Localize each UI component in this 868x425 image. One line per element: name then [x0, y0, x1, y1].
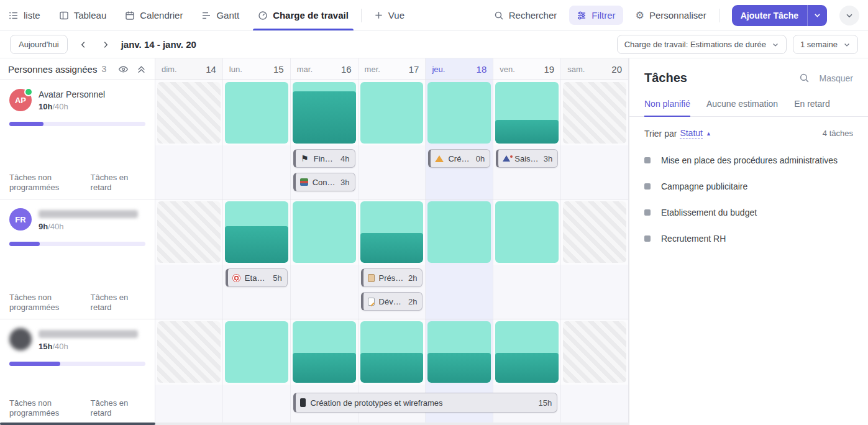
workload-row: Finalisa...4hConsoli...3hCréatio...0hSai… — [155, 80, 628, 199]
tab-liste[interactable]: liste — [9, 0, 40, 30]
filter-button[interactable]: Filtrer — [569, 6, 623, 25]
day-cell — [155, 319, 222, 385]
chevron-right-icon — [101, 40, 110, 49]
task-list-item[interactable]: Recrutement RH — [644, 226, 853, 252]
unscheduled-tasks-label[interactable]: Tâches non programmées — [9, 293, 91, 313]
capacity-block[interactable] — [225, 82, 288, 144]
status-square-icon — [644, 235, 651, 242]
band-cell — [493, 265, 560, 319]
assignee-row[interactable]: FR9h/40hTâches non programméesTâches en … — [0, 199, 155, 319]
add-task-button[interactable]: Ajouter Tâche — [732, 5, 827, 26]
band-cell — [358, 145, 426, 199]
task-card-hours: 3h — [340, 178, 349, 187]
capacity-block[interactable] — [293, 82, 356, 144]
capacity-block[interactable] — [293, 321, 356, 383]
day-cell — [155, 80, 222, 145]
capacity-block[interactable] — [293, 201, 356, 263]
scrollbar-thumb[interactable] — [0, 423, 155, 425]
capacity-block[interactable] — [225, 321, 288, 383]
add-view-button[interactable]: Vue — [374, 10, 404, 21]
unscheduled-tasks-label[interactable]: Tâches non programmées — [9, 173, 91, 193]
prev-week-button[interactable] — [76, 38, 90, 52]
capacity-block[interactable] — [427, 201, 491, 263]
redacted-name — [39, 330, 138, 338]
add-task-caret[interactable] — [807, 5, 827, 26]
zoom-range-select[interactable]: 1 semaine — [793, 35, 858, 54]
capacity-block[interactable] — [225, 201, 288, 263]
workload-mode-select[interactable]: Charge de travail: Estimations de durée — [617, 35, 787, 54]
task-card[interactable]: Présent...2h — [361, 268, 423, 287]
task-card[interactable]: Consoli...3h — [293, 173, 355, 191]
hide-panel-link[interactable]: Masquer — [820, 73, 853, 83]
tab-gantt[interactable]: Gantt — [201, 0, 239, 30]
panel-tab-non-planifi[interactable]: Non planifié — [644, 99, 690, 117]
customize-label: Personnaliser — [649, 10, 706, 21]
capacity-block[interactable] — [360, 201, 424, 263]
workload-progress-bar — [9, 122, 145, 126]
capacity-block[interactable] — [495, 201, 559, 263]
assignee-row[interactable]: APAvatar Personnel10h/40hTâches non prog… — [0, 80, 155, 199]
task-card[interactable]: Création de prototypes et wireframes15h — [293, 393, 557, 413]
tab-calendrier[interactable]: Calendrier — [125, 0, 183, 30]
capacity-block[interactable] — [495, 82, 559, 144]
capacity-block[interactable] — [360, 321, 424, 383]
band-cell — [155, 385, 222, 424]
day-cell — [222, 199, 290, 265]
allocated-portion — [360, 233, 424, 263]
sort-value[interactable]: Statut — [680, 128, 703, 139]
late-tasks-label[interactable]: Tâches en retard — [91, 293, 145, 313]
horizontal-scrollbar[interactable] — [0, 423, 629, 425]
collapse-all-icon[interactable] — [136, 64, 147, 75]
unscheduled-tasks-label[interactable]: Tâches non programmées — [9, 398, 91, 419]
allocated-portion — [495, 120, 559, 144]
customize-button[interactable]: ⚙ Personnaliser — [636, 10, 706, 21]
next-week-button[interactable] — [99, 38, 112, 52]
task-card[interactable]: Finalisa...4h — [293, 149, 355, 168]
task-list-item[interactable]: Etablissement du budget — [644, 199, 853, 226]
eye-icon[interactable] — [118, 64, 129, 75]
capacity-block[interactable] — [495, 321, 559, 383]
assignee-info: 15h/40h — [9, 328, 145, 351]
add-task-label: Ajouter Tâche — [732, 5, 807, 26]
task-card[interactable]: Dévelo...2h — [361, 292, 423, 311]
dune-icon — [435, 155, 444, 162]
assignee-row[interactable]: 15h/40hTâches non programméesTâches en r… — [0, 319, 155, 425]
scroll-icon — [368, 274, 375, 282]
assignee-footer: Tâches non programméesTâches en retard — [9, 173, 145, 193]
assignee-meta: 9h/40h — [39, 208, 138, 231]
panel-tab-en-retard[interactable]: En retard — [794, 99, 830, 117]
capacity-block[interactable] — [360, 82, 424, 144]
task-card-label: Création de prototypes et wireframes — [310, 398, 442, 408]
capacity-block[interactable] — [427, 82, 491, 144]
phone-icon — [300, 398, 306, 407]
task-card[interactable]: Créatio...0h — [428, 149, 490, 168]
task-card-hours: 0h — [476, 154, 485, 163]
tasks-panel-title: Tâches — [644, 71, 687, 85]
task-card-label: Consoli... — [313, 178, 336, 187]
day-cell — [425, 80, 493, 145]
task-card-hours: 2h — [408, 273, 417, 283]
panel-tab-aucune-estimation[interactable]: Aucune estimation — [706, 99, 778, 117]
collapse-header-button[interactable] — [839, 6, 859, 25]
chevron-down-icon — [772, 41, 779, 48]
task-card[interactable]: Etabliss...5h — [226, 268, 288, 287]
day-label: mar. — [297, 65, 313, 74]
late-tasks-label[interactable]: Tâches en retard — [91, 173, 145, 193]
today-button[interactable]: Aujourd'hui — [10, 35, 68, 54]
search-button[interactable]: Rechercher — [494, 10, 557, 21]
capacity-block[interactable] — [427, 321, 491, 383]
late-tasks-label[interactable]: Tâches en retard — [91, 398, 145, 419]
task-count: 4 tâches — [823, 129, 853, 138]
allocated-portion — [427, 353, 491, 383]
day-header-sam: sam.20 — [560, 58, 628, 80]
task-card[interactable]: Saisie d...3h — [496, 149, 558, 168]
task-list-item[interactable]: Mise en place des procédures administrat… — [644, 147, 853, 173]
day-cell — [493, 80, 560, 145]
task-card-hours: 4h — [340, 154, 349, 163]
tab-charge-de-travail[interactable]: Charge de travail — [258, 0, 349, 30]
task-list-item[interactable]: Campagne publicitaire — [644, 173, 853, 199]
tab-tableau[interactable]: Tableau — [59, 0, 107, 30]
tasks-panel-tabs: Non planifiéAucune estimationEn retard — [629, 99, 868, 117]
search-icon[interactable] — [799, 73, 810, 83]
sort-ascending-icon[interactable]: ▲ — [706, 130, 711, 137]
